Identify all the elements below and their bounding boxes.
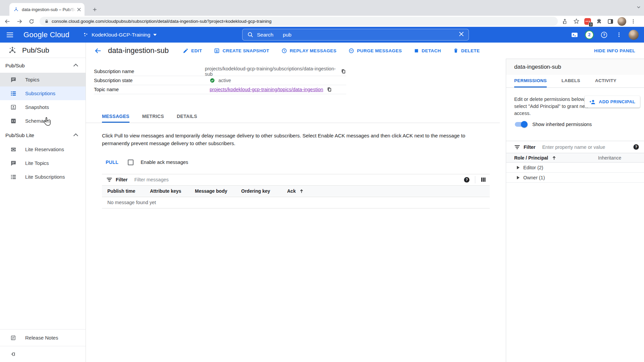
- tab-permissions[interactable]: PERMISSIONS: [514, 75, 547, 87]
- notifications-button[interactable]: 2: [584, 29, 595, 41]
- password-extension-icon[interactable]: 3: [583, 17, 593, 26]
- topic-link[interactable]: projects/kodekloud-gcp-training/topics/d…: [210, 87, 323, 92]
- create-snapshot-button[interactable]: CREATE SNAPSHOT: [214, 48, 269, 54]
- tab-labels[interactable]: LABELS: [561, 75, 580, 87]
- project-caret-icon: [153, 34, 157, 36]
- header-more-icon[interactable]: [613, 29, 625, 41]
- panel-help-icon[interactable]: ?: [633, 144, 639, 150]
- tab-activity[interactable]: ACTIVITY: [595, 75, 616, 87]
- browser-back-button[interactable]: [3, 17, 12, 26]
- subscription-name-value: projects/kodekloud-gcp-training/subscrip…: [205, 66, 337, 77]
- column-publish-time[interactable]: Publish time: [102, 188, 150, 194]
- sidebar-item-lite-reservations[interactable]: Lite Reservations: [0, 142, 86, 156]
- detach-button[interactable]: DETACH: [414, 48, 441, 53]
- side-panel-icon[interactable]: [605, 17, 615, 26]
- list-icon: [10, 174, 17, 180]
- column-role-principal[interactable]: Role / Principal: [514, 155, 548, 161]
- messages-filter-input[interactable]: [134, 177, 464, 182]
- copy-icon[interactable]: [341, 69, 346, 74]
- sidebar-item-schemas[interactable]: Schemas: [0, 114, 86, 128]
- show-inherited-toggle[interactable]: [515, 122, 527, 127]
- browser-avatar[interactable]: [617, 17, 627, 26]
- column-ack[interactable]: Ack: [287, 188, 296, 194]
- chat-bubble-icon: [10, 76, 17, 83]
- svg-text:?: ?: [466, 178, 468, 182]
- sidebar-section-pubsub-lite[interactable]: Pub/Sub Lite: [0, 128, 86, 142]
- collapse-sidebar-button[interactable]: [0, 346, 86, 362]
- person-add-icon: [589, 99, 596, 105]
- list-icon: [10, 90, 17, 97]
- filled-square-icon: [414, 48, 419, 53]
- messages-empty-row: No message found yet: [102, 197, 490, 208]
- window-chevron-down-icon[interactable]: [636, 4, 641, 11]
- copy-icon[interactable]: [327, 87, 332, 92]
- enable-ack-checkbox[interactable]: [128, 160, 133, 165]
- sidebar-item-subscriptions[interactable]: Subscriptions: [0, 86, 86, 100]
- status-badge: active: [218, 78, 231, 83]
- search-clear-icon[interactable]: [459, 32, 464, 38]
- detail-row-topic-name: Topic name projects/kodekloud-gcp-traini…: [94, 85, 346, 94]
- sidebar-item-lite-topics[interactable]: Lite Topics: [0, 156, 86, 170]
- column-message-body[interactable]: Message body: [195, 188, 241, 194]
- permissions-filter-input[interactable]: [542, 144, 633, 150]
- hide-info-panel-button[interactable]: HIDE INFO PANEL: [594, 48, 635, 53]
- filter-label: Filter: [116, 177, 127, 182]
- expand-arrow-icon[interactable]: [517, 176, 520, 179]
- snapshot-add-icon: [214, 48, 220, 54]
- tab-metrics[interactable]: METRICS: [142, 111, 164, 123]
- browser-tab[interactable]: data-ingestion-sub – Pub/Sub: [9, 3, 85, 16]
- new-tab-button[interactable]: [90, 5, 99, 14]
- lock-icon: [44, 19, 49, 24]
- extensions-puzzle-icon[interactable]: [594, 17, 604, 26]
- sidebar-item-topics[interactable]: Topics: [0, 73, 86, 86]
- replay-messages-button[interactable]: REPLAY MESSAGES: [281, 48, 337, 54]
- header-avatar[interactable]: [628, 29, 639, 41]
- tab-messages[interactable]: MESSAGES: [102, 111, 129, 123]
- cloud-shell-icon[interactable]: [569, 29, 580, 41]
- browser-menu-icon[interactable]: [628, 17, 638, 26]
- trash-icon: [453, 48, 459, 53]
- show-inherited-label: Show inherited permissions: [532, 122, 592, 127]
- column-ordering-key[interactable]: Ordering key: [241, 188, 287, 194]
- sort-up-icon[interactable]: [299, 188, 304, 194]
- code-brackets-icon: [10, 118, 17, 124]
- bookmark-star-icon[interactable]: [571, 17, 581, 26]
- project-icon: [83, 32, 89, 38]
- content-tab-bar: MESSAGES METRICS DETAILS: [86, 111, 500, 123]
- gcp-header-icons: 2 ?: [569, 27, 639, 43]
- enable-ack-label: Enable ack messages: [141, 160, 188, 165]
- column-settings-icon[interactable]: [480, 177, 486, 183]
- column-attribute-keys[interactable]: Attribute keys: [150, 188, 195, 194]
- sidebar-item-snapshots[interactable]: Snapshots: [0, 100, 86, 114]
- browser-forward-button[interactable]: [15, 17, 24, 26]
- expand-arrow-icon[interactable]: [517, 166, 520, 169]
- delete-button[interactable]: DELETE: [453, 48, 480, 53]
- gcp-header: Google Cloud KodeKloud-GCP-Training Sear…: [0, 27, 644, 43]
- role-row-owner[interactable]: Owner (1): [506, 173, 644, 183]
- info-panel: data-ingestion-sub PERMISSIONS LABELS AC…: [506, 59, 644, 362]
- add-principal-button[interactable]: ADD PRINCIPAL: [585, 96, 640, 108]
- release-notes-link[interactable]: Release Notes: [0, 329, 86, 346]
- sidebar-section-pubsub[interactable]: Pub/Sub: [0, 58, 86, 73]
- purge-messages-button[interactable]: PURGE MESSAGES: [348, 48, 402, 54]
- back-arrow-button[interactable]: [93, 46, 102, 55]
- edit-button[interactable]: EDIT: [183, 48, 202, 54]
- hamburger-menu-icon[interactable]: [2, 27, 17, 43]
- sidebar-item-lite-subscriptions[interactable]: Lite Subscriptions: [0, 170, 86, 184]
- pull-button[interactable]: PULL: [106, 160, 118, 165]
- tab-close-button[interactable]: [76, 6, 82, 12]
- project-selector[interactable]: KodeKloud-GCP-Training: [83, 32, 157, 38]
- table-help-icon[interactable]: ?: [464, 177, 470, 183]
- search-box[interactable]: Search pub: [242, 29, 469, 41]
- share-icon[interactable]: [560, 17, 570, 26]
- address-bar[interactable]: console.cloud.google.com/cloudpubsub/sub…: [40, 17, 558, 26]
- tab-details[interactable]: DETAILS: [177, 111, 197, 123]
- main-pane: Subscription name projects/kodekloud-gcp…: [86, 59, 506, 362]
- role-row-editor[interactable]: Editor (2): [506, 163, 644, 173]
- sort-up-icon[interactable]: [551, 155, 557, 161]
- help-icon[interactable]: ?: [598, 29, 610, 41]
- screen: data-ingestion-sub – Pub/Sub console.clo…: [0, 0, 644, 362]
- page-title: data-ingestion-sub: [108, 46, 169, 55]
- google-cloud-logo[interactable]: Google Cloud: [23, 31, 69, 39]
- browser-reload-button[interactable]: [27, 17, 36, 26]
